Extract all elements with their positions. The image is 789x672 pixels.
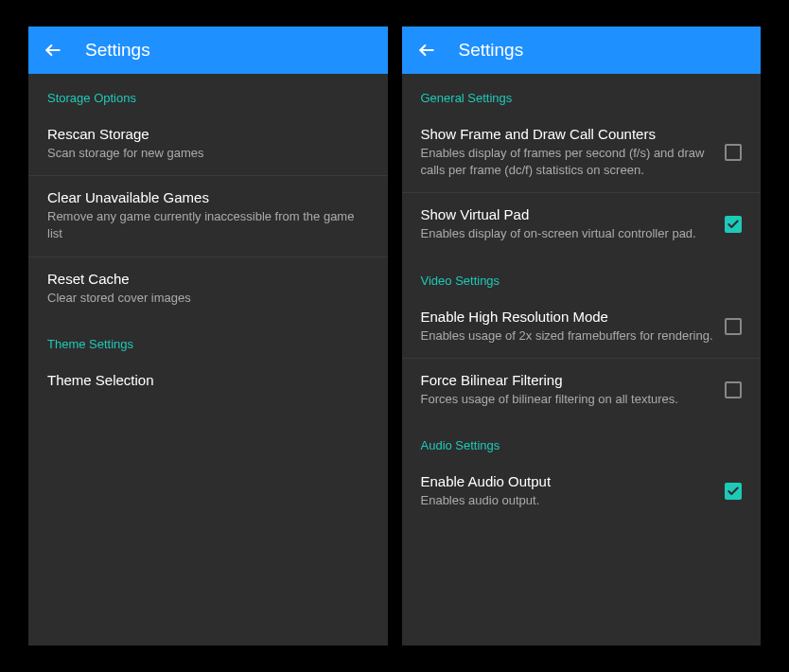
page-title: Settings xyxy=(85,40,150,61)
setting-title: Reset Cache xyxy=(47,271,369,287)
settings-screen-left: Settings Storage Options Rescan Storage … xyxy=(28,27,388,645)
back-arrow-icon[interactable] xyxy=(417,41,436,60)
setting-audio-output[interactable]: Enable Audio Output Enables audio output… xyxy=(402,460,762,522)
checkbox[interactable] xyxy=(725,483,742,500)
setting-title: Enable High Resolution Mode xyxy=(421,309,714,325)
setting-subtitle: Scan storage for new games xyxy=(47,145,369,162)
checkbox[interactable] xyxy=(725,144,742,161)
setting-title: Show Frame and Draw Call Counters xyxy=(421,126,714,142)
setting-frame-counters[interactable]: Show Frame and Draw Call Counters Enable… xyxy=(402,113,762,193)
setting-subtitle: Remove any game currently inaccessible f… xyxy=(47,208,369,242)
checkbox[interactable] xyxy=(725,318,742,335)
setting-virtual-pad[interactable]: Show Virtual Pad Enables display of on-s… xyxy=(402,193,762,256)
settings-content: General Settings Show Frame and Draw Cal… xyxy=(402,74,762,645)
setting-title: Rescan Storage xyxy=(47,126,369,142)
page-title: Settings xyxy=(459,40,524,61)
setting-title: Enable Audio Output xyxy=(421,473,714,489)
back-arrow-icon[interactable] xyxy=(44,41,62,60)
setting-bilinear[interactable]: Force Bilinear Filtering Forces usage of… xyxy=(402,359,762,421)
setting-rescan-storage[interactable]: Rescan Storage Scan storage for new game… xyxy=(28,113,388,176)
setting-title: Clear Unavailable Games xyxy=(47,189,369,205)
setting-reset-cache[interactable]: Reset Cache Clear stored cover images xyxy=(28,257,388,320)
setting-subtitle: Enables usage of 2x sized framebuffers f… xyxy=(421,327,714,345)
setting-clear-unavailable[interactable]: Clear Unavailable Games Remove any game … xyxy=(28,176,388,256)
section-header-storage: Storage Options xyxy=(28,74,388,113)
setting-theme-selection[interactable]: Theme Selection xyxy=(28,359,388,404)
setting-subtitle: Forces usage of bilinear filtering on al… xyxy=(421,391,714,408)
section-header-video: Video Settings xyxy=(402,256,762,295)
setting-subtitle: Enables audio output. xyxy=(421,492,714,509)
setting-title: Force Bilinear Filtering xyxy=(421,372,714,388)
setting-title: Theme Selection xyxy=(47,372,369,388)
section-header-general: General Settings xyxy=(402,74,762,113)
settings-content: Storage Options Rescan Storage Scan stor… xyxy=(28,74,388,645)
setting-subtitle: Enables display of on-screen virtual con… xyxy=(421,225,714,242)
setting-title: Show Virtual Pad xyxy=(421,206,714,222)
app-bar: Settings xyxy=(402,27,762,74)
settings-screen-right: Settings General Settings Show Frame and… xyxy=(402,27,762,645)
app-bar: Settings xyxy=(28,27,388,74)
setting-high-res[interactable]: Enable High Resolution Mode Enables usag… xyxy=(402,295,762,359)
setting-subtitle: Enables display of frames per second (f/… xyxy=(421,145,714,179)
section-header-theme: Theme Settings xyxy=(28,320,388,359)
checkbox[interactable] xyxy=(725,216,742,233)
setting-subtitle: Clear stored cover images xyxy=(47,290,369,307)
checkbox[interactable] xyxy=(725,381,742,398)
section-header-audio: Audio Settings xyxy=(402,421,762,460)
